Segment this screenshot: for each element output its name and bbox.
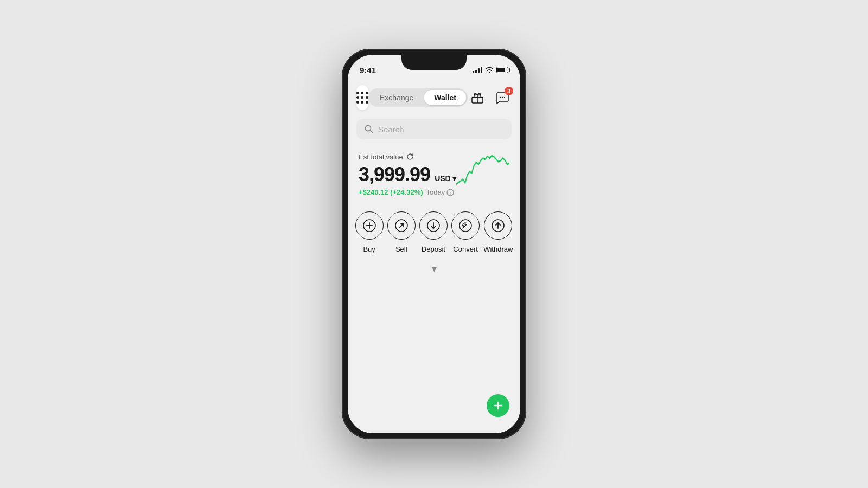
- withdraw-label: Withdraw: [483, 245, 513, 253]
- gift-icon: [470, 91, 484, 105]
- deposit-icon: [426, 219, 441, 233]
- chat-button[interactable]: 3: [493, 88, 512, 107]
- buy-label: Buy: [363, 245, 375, 253]
- tab-switcher: Exchange Wallet: [368, 88, 468, 107]
- svg-point-5: [502, 97, 503, 98]
- convert-icon: [458, 219, 473, 233]
- buy-action[interactable]: Buy: [355, 211, 384, 253]
- withdraw-action[interactable]: Withdraw: [483, 211, 513, 253]
- sell-action[interactable]: Sell: [387, 211, 416, 253]
- status-icons: [473, 67, 508, 73]
- svg-point-4: [500, 97, 501, 98]
- info-icon: i: [446, 189, 454, 196]
- svg-line-8: [371, 131, 373, 133]
- today-label: Today i: [426, 188, 455, 196]
- actions-row: Buy Sell: [348, 201, 520, 259]
- mini-chart: 0,60 10,55 15,52 20,58 25,45 30,40 35,42…: [456, 147, 509, 190]
- deposit-action[interactable]: Deposit: [419, 211, 448, 253]
- tab-wallet[interactable]: Wallet: [424, 90, 466, 105]
- search-container: Search: [348, 114, 520, 144]
- buy-icon-circle: [355, 211, 384, 240]
- buy-icon: [362, 219, 376, 233]
- convert-action[interactable]: Convert: [451, 211, 480, 253]
- portfolio-amount: 3,999.99: [359, 163, 430, 186]
- svg-text:i: i: [450, 190, 451, 196]
- search-placeholder: Search: [378, 125, 404, 134]
- refresh-icon[interactable]: [406, 152, 414, 161]
- battery-icon: [496, 67, 508, 73]
- tab-exchange[interactable]: Exchange: [370, 90, 423, 105]
- convert-icon-circle: [451, 211, 480, 240]
- gift-button[interactable]: [468, 88, 487, 107]
- header-actions: 3: [468, 88, 512, 107]
- chat-badge: 3: [505, 87, 513, 95]
- change-value: +$240.12 (+24.32%): [359, 188, 423, 196]
- status-time: 9:41: [360, 66, 376, 75]
- withdraw-icon: [491, 219, 505, 233]
- wifi-icon: [485, 67, 494, 73]
- fab-icon: [493, 400, 503, 411]
- search-bar[interactable]: Search: [356, 119, 512, 139]
- portfolio-value: 3,999.99 USD ▾: [359, 163, 456, 186]
- signal-icon: [473, 67, 482, 73]
- app-header: Exchange Wallet: [348, 81, 520, 114]
- phone-screen: 9:41: [348, 55, 520, 433]
- phone-notch: [401, 55, 467, 70]
- search-icon: [364, 124, 374, 134]
- deposit-label: Deposit: [422, 245, 445, 253]
- fab-button[interactable]: [487, 394, 509, 417]
- portfolio-section: Est total value 3,999.99 USD ▾ +$240.12 …: [348, 144, 520, 201]
- currency-selector[interactable]: USD ▾: [435, 174, 456, 183]
- grid-icon: [356, 92, 368, 104]
- sell-icon-circle: [387, 211, 416, 240]
- change-row: +$240.12 (+24.32%) Today i: [359, 188, 456, 196]
- deposit-icon-circle: [419, 211, 448, 240]
- menu-button[interactable]: [356, 85, 368, 110]
- convert-label: Convert: [453, 245, 478, 253]
- more-chevron[interactable]: ▾: [348, 259, 520, 279]
- phone-frame: 9:41: [342, 49, 526, 439]
- est-label: Est total value: [359, 152, 456, 161]
- sell-label: Sell: [395, 245, 407, 253]
- svg-point-6: [504, 97, 505, 98]
- svg-line-15: [399, 223, 404, 228]
- sell-icon: [394, 219, 409, 233]
- withdraw-icon-circle: [484, 211, 512, 240]
